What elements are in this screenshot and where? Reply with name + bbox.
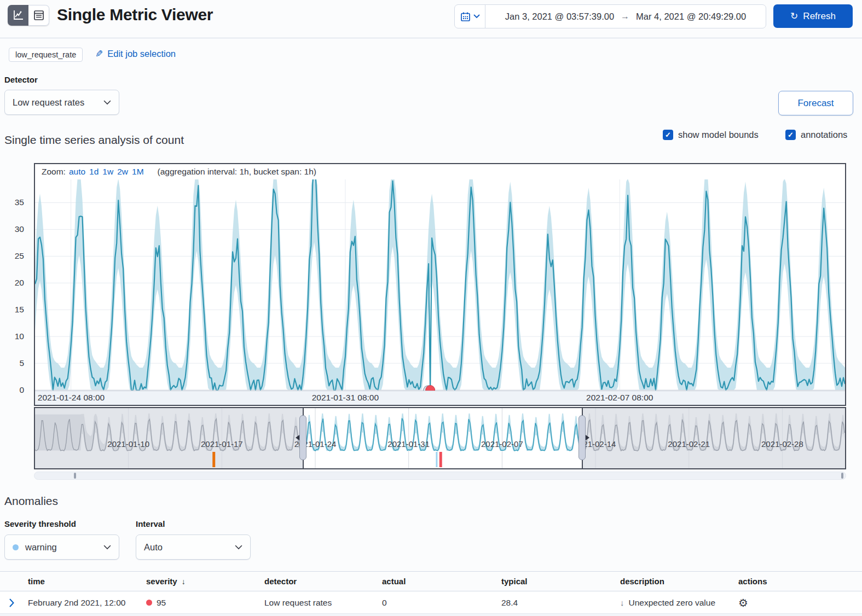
critical-severity-dot-icon — [146, 600, 152, 606]
date-range-arrow-icon: → — [621, 11, 629, 21]
checkbox-checked-icon[interactable]: ✓ — [785, 130, 796, 140]
view-toggle-group — [8, 5, 49, 26]
chevron-down-icon — [103, 100, 111, 105]
time-series-chart-frame: Zoom: auto1d1w2w1M (aggregation interval… — [34, 163, 846, 406]
severity-threshold-value: warning — [25, 542, 57, 553]
context-date-label: 2021-01-31 — [387, 439, 430, 449]
scrollbar-handle-left[interactable] — [74, 473, 76, 479]
anomalies-table: time severity↓ detector actual typical d… — [0, 571, 862, 614]
severity-threshold-label: Severity threshold — [4, 519, 76, 528]
anomalies-heading: Anomalies — [4, 495, 58, 508]
zoom-bar: Zoom: auto1d1w2w1M (aggregation interval… — [35, 164, 845, 179]
context-date-label: 2021-02-28 — [761, 439, 803, 449]
refresh-label: Refresh — [803, 11, 836, 22]
show-model-bounds-label: show model bounds — [678, 130, 759, 140]
detector-select[interactable]: Low request rates — [4, 90, 119, 115]
refresh-button[interactable]: ↻ Refresh — [773, 4, 853, 28]
zoom-option-2w[interactable]: 2w — [117, 167, 128, 176]
chart-view-toggle-button[interactable] — [8, 5, 28, 26]
zoom-options: auto1d1w2w1M — [69, 167, 148, 177]
brush-handle-right[interactable] — [578, 415, 586, 460]
sort-desc-icon: ↓ — [182, 577, 186, 586]
zoom-option-auto[interactable]: auto — [69, 167, 85, 176]
zoom-label: Zoom: — [42, 167, 66, 177]
y-axis-tick-label: 15 — [2, 305, 24, 315]
gear-icon[interactable]: ⚙ — [738, 597, 748, 608]
zoom-option-1w[interactable]: 1w — [102, 167, 113, 176]
context-date-label: 21-02-14 — [583, 439, 616, 449]
anomaly-severity-cell: 95 — [146, 598, 264, 608]
show-model-bounds-checkbox-row[interactable]: ✓ show model bounds — [663, 130, 759, 140]
context-chart[interactable]: 2021-01-102021-01-172021-01-242021-01-31… — [34, 407, 846, 469]
context-scrollbar[interactable] — [34, 472, 846, 480]
column-header-detector[interactable]: detector — [264, 577, 382, 586]
table-icon — [33, 9, 45, 21]
context-date-label: 2021-02-07 — [481, 439, 523, 449]
context-date-label: 2021-02-21 — [668, 439, 710, 449]
table-view-toggle-button[interactable] — [28, 5, 49, 26]
context-date-label: 2021-01-10 — [107, 439, 149, 449]
date-range-picker: Jan 3, 2021 @ 03:57:39.00 → Mar 4, 2021 … — [454, 4, 766, 28]
annotations-checkbox-row[interactable]: ✓ annotations — [785, 130, 847, 140]
date-range-display[interactable]: Jan 3, 2021 @ 03:57:39.00 → Mar 4, 2021 … — [485, 5, 766, 28]
edit-job-selection-label: Edit job selection — [107, 49, 176, 59]
y-axis-tick-label: 25 — [2, 251, 24, 261]
column-header-time[interactable]: time — [28, 577, 146, 586]
anomaly-detector-cell: Low request rates — [264, 598, 382, 608]
interval-value: Auto — [144, 542, 163, 553]
x-axis-tick-label: 2021-01-24 08:00 — [38, 393, 105, 403]
severity-threshold-select[interactable]: warning — [4, 534, 119, 560]
checkbox-checked-icon[interactable]: ✓ — [663, 130, 673, 140]
arrow-down-icon: ↓ — [620, 598, 624, 607]
x-axis-tick-label: 2021-01-31 08:00 — [312, 393, 379, 403]
y-axis-labels: 05101520253035 — [0, 179, 30, 391]
anomaly-actual-cell: 0 — [382, 598, 501, 608]
edit-job-selection-link[interactable]: ✎ Edit job selection — [95, 48, 176, 60]
context-date-label: 2021-01-17 — [201, 439, 243, 449]
chevron-down-icon — [235, 545, 242, 550]
x-axis-strip: 2021-01-24 08:002021-01-31 08:002021-02-… — [35, 391, 845, 405]
chevron-right-icon — [9, 598, 15, 608]
anomaly-description-cell: ↓ Unexpected zero value — [620, 598, 738, 608]
line-chart-icon — [12, 9, 24, 21]
y-axis-tick-label: 20 — [2, 278, 24, 288]
anomaly-typical-cell: 28.4 — [501, 598, 620, 608]
main-time-series-plot[interactable] — [35, 179, 845, 391]
date-range-start[interactable]: Jan 3, 2021 @ 03:57:39.00 — [505, 11, 614, 22]
chevron-down-icon — [103, 545, 111, 550]
brush-handle-left[interactable] — [299, 415, 306, 460]
calendar-icon — [460, 11, 471, 22]
header-divider — [0, 38, 862, 38]
date-range-end[interactable]: Mar 4, 2021 @ 20:49:29.00 — [636, 11, 746, 22]
aggregation-interval-label: (aggregation interval: 1h, bucket span: … — [158, 167, 316, 177]
y-axis-tick-label: 35 — [2, 197, 24, 207]
column-header-description[interactable]: description — [620, 577, 738, 586]
detector-label: Detector — [4, 75, 38, 84]
y-axis-tick-label: 30 — [2, 224, 24, 234]
job-id-badge[interactable]: low_request_rate — [9, 48, 83, 62]
page-title: Single Metric Viewer — [57, 5, 213, 24]
y-axis-tick-label: 10 — [2, 332, 24, 341]
column-header-actions: actions — [738, 577, 862, 586]
interval-label: Interval — [136, 519, 165, 528]
pencil-icon: ✎ — [95, 48, 103, 60]
warning-severity-dot-icon — [13, 544, 19, 550]
x-axis-tick-label: 2021-02-07 08:00 — [586, 393, 653, 403]
interval-select[interactable]: Auto — [136, 534, 251, 560]
row-expand-button[interactable] — [0, 598, 28, 608]
column-header-severity[interactable]: severity↓ — [146, 577, 264, 586]
column-header-typical[interactable]: typical — [501, 577, 620, 586]
y-axis-tick-label: 0 — [2, 385, 24, 395]
single-metric-viewer-page: Single Metric Viewer Jan 3, 2021 @ 03:57… — [0, 0, 862, 616]
handle-arrow-left-icon — [296, 435, 299, 440]
next-row-strip — [0, 613, 862, 616]
scrollbar-handle-right[interactable] — [841, 473, 843, 479]
zoom-option-1d[interactable]: 1d — [89, 167, 99, 176]
forecast-button[interactable]: Forecast — [778, 91, 853, 115]
date-picker-quick-menu[interactable] — [455, 5, 485, 28]
anomaly-actions-cell: ⚙ — [738, 597, 862, 608]
anomaly-time-cell: February 2nd 2021, 12:00 — [28, 598, 146, 608]
zoom-option-1M[interactable]: 1M — [132, 167, 144, 176]
column-header-actual[interactable]: actual — [382, 577, 501, 586]
refresh-icon: ↻ — [790, 10, 798, 22]
